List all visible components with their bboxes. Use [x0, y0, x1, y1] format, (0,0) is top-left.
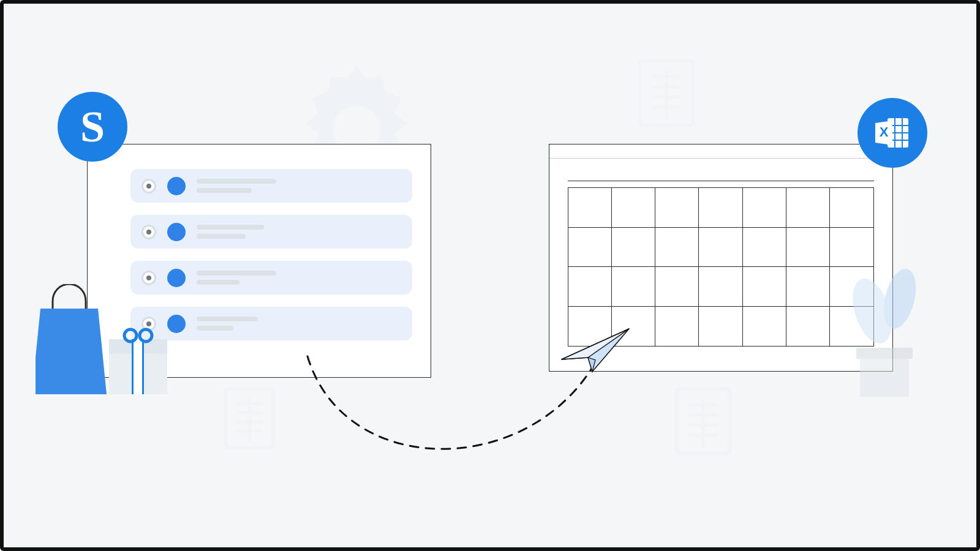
canvas: S X [13, 13, 967, 538]
sheet-tabs [568, 163, 874, 181]
placeholder-text [197, 317, 258, 331]
source-app-letter: S [80, 102, 105, 152]
target-app-badge: X [858, 98, 927, 168]
svg-rect-1 [640, 61, 693, 126]
avatar-icon [167, 269, 186, 287]
svg-rect-2 [225, 389, 273, 448]
list-item [130, 261, 412, 294]
window-titlebar [549, 144, 892, 159]
radio-icon [141, 225, 156, 239]
illustration-frame: S X [0, 0, 980, 551]
spreadsheet-grid [568, 187, 874, 347]
radio-icon [141, 317, 156, 331]
radio-icon [141, 179, 156, 193]
list-item [130, 307, 412, 340]
excel-watermark-icon [636, 56, 697, 130]
radio-icon [141, 271, 156, 285]
avatar-icon [167, 223, 186, 241]
svg-text:X: X [880, 124, 889, 140]
placeholder-text [197, 271, 276, 285]
list-rows [130, 169, 412, 340]
source-app-badge: S [58, 92, 127, 162]
avatar-icon [167, 315, 186, 333]
placeholder-text [197, 225, 264, 239]
excel-watermark-icon [222, 384, 277, 452]
list-item [130, 215, 412, 249]
svg-rect-3 [677, 389, 730, 454]
excel-logo-icon: X [872, 112, 913, 154]
avatar-icon [167, 177, 186, 195]
excel-watermark-icon [673, 384, 734, 458]
paper-plane-icon [559, 326, 632, 375]
source-list-panel [87, 144, 431, 378]
list-item [130, 169, 412, 203]
placeholder-text [197, 179, 276, 193]
